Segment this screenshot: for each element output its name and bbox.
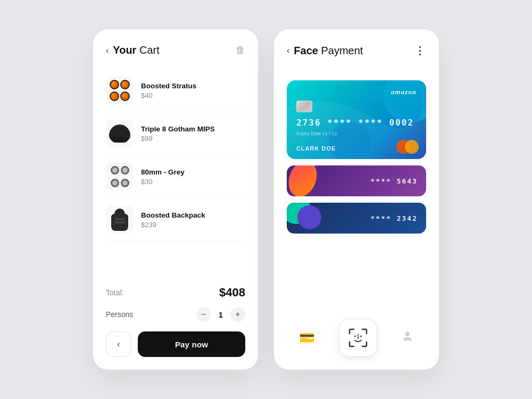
item-details: Boosted Stratus $40	[141, 82, 245, 99]
quantity-control: − 1 +	[196, 307, 245, 322]
cart-footer: Total: $408 Persons − 1 + ‹ Pay now	[106, 286, 245, 357]
pay-now-button[interactable]: Pay now	[138, 331, 245, 357]
face-scan-button[interactable]	[339, 319, 377, 357]
card-dark-decoration	[287, 203, 329, 234]
payment-back-arrow[interactable]: ‹	[287, 46, 289, 55]
persons-row: Persons − 1 +	[106, 307, 245, 322]
increase-quantity-button[interactable]: +	[230, 307, 245, 322]
item-name: Triple 8 Gotham MIPS	[141, 125, 245, 133]
item-price: $239	[141, 221, 245, 229]
purple-blob	[287, 165, 321, 196]
svg-point-0	[354, 336, 356, 337]
card-holder-name: CLARK DOE	[296, 145, 336, 152]
wallet-icon[interactable]: 💳	[299, 330, 315, 345]
cart-header-left: ‹ Your Cart	[106, 44, 160, 56]
item-details: 80mm - Grey $30	[141, 168, 245, 186]
item-price: $40	[141, 92, 245, 99]
item-name: 80mm - Grey	[141, 168, 245, 176]
item-name: Boosted Backpack	[141, 211, 245, 219]
item-image-backpack	[106, 206, 134, 234]
item-image-wheels	[106, 77, 134, 104]
item-image-gears	[106, 163, 134, 190]
cart-item: 80mm - Grey $30	[106, 155, 245, 198]
cart-panel: ‹ Your Cart 🗑 Boosted Stratus $40	[93, 29, 258, 370]
svg-point-3	[405, 332, 410, 336]
svg-point-1	[360, 336, 362, 337]
more-options-icon[interactable]: ⋮	[414, 44, 426, 57]
cart-item: Triple 8 Gotham MIPS $99	[106, 112, 245, 155]
card-purple-decoration	[287, 165, 324, 196]
card-dark-blue[interactable]: **** 2342	[287, 203, 426, 234]
payment-bottom-nav: 💳	[287, 312, 426, 357]
total-row: Total: $408	[106, 286, 245, 300]
item-name: Boosted Stratus	[141, 82, 245, 90]
decrease-quantity-button[interactable]: −	[196, 307, 211, 322]
mastercard-logo	[396, 140, 419, 154]
payment-panel: ‹ Face Payment ⋮ amazon 2736 **** **** 0…	[274, 29, 439, 370]
trash-icon[interactable]: 🗑	[236, 45, 245, 56]
card-chip	[296, 101, 312, 112]
item-price: $99	[141, 135, 245, 143]
item-details: Triple 8 Gotham MIPS $99	[141, 125, 245, 143]
quantity-value: 1	[219, 310, 223, 319]
bottom-actions: ‹ Pay now	[106, 331, 245, 357]
mastercard-circle-orange	[405, 140, 419, 154]
face-id-icon	[347, 327, 369, 348]
cart-item: Boosted Stratus $40	[106, 69, 245, 112]
cards-list: amazon 2736 **** **** 0002 Expiry Date 1…	[287, 80, 426, 304]
persons-label: Persons	[106, 310, 133, 319]
back-button[interactable]: ‹	[106, 331, 131, 357]
cart-back-arrow[interactable]: ‹	[106, 46, 109, 55]
item-details: Boosted Backpack $239	[141, 211, 245, 229]
total-label: Total:	[106, 288, 123, 297]
person-icon[interactable]	[401, 330, 414, 346]
card-expiry: Expiry Date 11 / 12	[296, 131, 337, 136]
card-purple[interactable]: **** 5643	[287, 165, 426, 196]
payment-header: ‹ Face Payment ⋮	[287, 44, 426, 57]
dark-blob-purple	[297, 205, 321, 229]
card-number-small: **** 5643	[371, 177, 418, 185]
cart-title: Your Cart	[113, 44, 159, 56]
cart-header: ‹ Your Cart 🗑	[106, 44, 245, 56]
cart-item: Boosted Backpack $239	[106, 198, 245, 242]
item-price: $30	[141, 178, 245, 186]
item-image-helmet	[106, 120, 134, 147]
cart-items-list: Boosted Stratus $40 Triple 8 Gotham MIPS…	[106, 69, 245, 277]
card-number: 2736 **** **** 0002	[296, 118, 414, 128]
payment-header-left: ‹ Face Payment	[287, 45, 363, 57]
card-amazon[interactable]: amazon 2736 **** **** 0002 Expiry Date 1…	[287, 80, 426, 159]
amazon-brand-label: amazon	[391, 88, 417, 96]
card-number-small: **** 2342	[371, 214, 418, 222]
total-amount: $408	[219, 286, 245, 300]
payment-title: Face Payment	[294, 45, 363, 57]
